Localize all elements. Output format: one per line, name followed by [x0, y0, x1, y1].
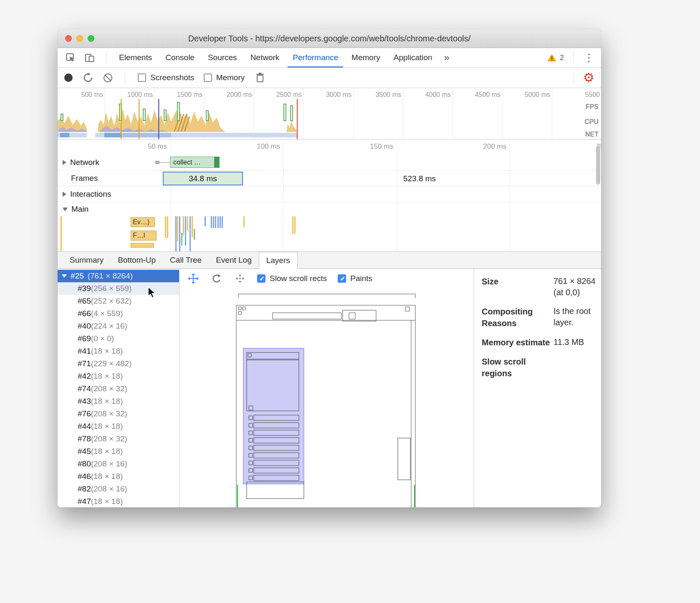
interactions-track-label[interactable]: Interactions — [63, 186, 111, 202]
layers-3d-canvas[interactable] — [179, 288, 474, 507]
network-request-bar[interactable]: collect … — [170, 157, 220, 168]
layer-tree-item[interactable]: #44(18 × 18) — [58, 420, 179, 433]
tab-bottom-up[interactable]: Bottom-Up — [111, 252, 163, 269]
screenshots-label[interactable]: Screenshots — [150, 73, 195, 82]
tab-summary[interactable]: Summary — [63, 252, 111, 269]
flame-event[interactable] — [192, 216, 193, 237]
layer-tree-item[interactable]: #41(18 × 18) — [58, 345, 179, 357]
layer-tree-item[interactable]: #40(224 × 16) — [58, 320, 179, 332]
flame-event[interactable] — [181, 233, 182, 246]
fullscreen-button[interactable] — [88, 35, 94, 42]
tab-performance[interactable]: Performance — [286, 48, 345, 67]
layer-tree-item[interactable]: #65(252 × 632) — [58, 295, 179, 307]
tab-application[interactable]: Application — [387, 48, 439, 67]
timeline-overview[interactable]: 500 ms 1000 ms 1500 ms 2000 ms 2500 ms 3… — [58, 88, 601, 139]
record-button[interactable] — [64, 73, 73, 82]
flame-event[interactable] — [190, 216, 191, 251]
flame-event[interactable] — [185, 216, 186, 246]
layer-tree-item[interactable]: #71(229 × 482) — [58, 357, 179, 370]
flame-event-bar[interactable] — [131, 243, 154, 248]
selected-frame[interactable]: 34.8 ms — [163, 172, 243, 185]
trash-icon[interactable] — [254, 71, 266, 84]
slow-scroll-rects-checkbox[interactable] — [257, 274, 265, 283]
tab-layers[interactable]: Layers — [259, 252, 298, 269]
tab-event-log[interactable]: Event Log — [209, 252, 259, 269]
tab-elements[interactable]: Elements — [112, 48, 159, 67]
interactions-track[interactable]: Interactions — [58, 186, 601, 203]
tab-call-tree[interactable]: Call Tree — [163, 252, 209, 269]
memory-label[interactable]: Memory — [216, 73, 245, 82]
main-flame-chart[interactable]: Ev…) F…l — [58, 216, 601, 251]
layer-tree-item[interactable]: #43(18 × 18) — [58, 395, 179, 408]
flame-event[interactable] — [213, 216, 214, 228]
paints-label[interactable]: Paints — [350, 274, 372, 283]
flame-event[interactable] — [211, 216, 212, 228]
close-button[interactable] — [65, 35, 72, 42]
network-track-label[interactable]: Network — [63, 155, 99, 170]
layer-tree-item[interactable]: #74(208 × 32) — [58, 383, 179, 395]
tab-network[interactable]: Network — [244, 48, 286, 67]
titlebar[interactable]: Developer Tools - https://developers.goo… — [58, 29, 601, 48]
capture-settings-gear-icon[interactable]: ⚙ — [583, 71, 594, 84]
main-track-label[interactable]: Main — [63, 202, 88, 216]
expanded-arrow-icon[interactable] — [63, 208, 68, 211]
main-track-header[interactable]: Main — [58, 202, 601, 216]
flame-event[interactable] — [187, 216, 188, 231]
layer-tree-item[interactable]: #66(4 × 559) — [58, 307, 179, 320]
reload-and-profile-icon[interactable] — [82, 71, 94, 84]
frame-duration[interactable]: 523.8 ms — [390, 174, 449, 183]
expanded-arrow-icon[interactable] — [62, 274, 67, 278]
layer-tree-item[interactable]: #39(256 × 559) — [58, 282, 179, 295]
clear-recording-icon[interactable] — [104, 73, 112, 82]
timeline-detail[interactable]: 50 ms 100 ms 150 ms 200 ms 250 ms Networ… — [58, 139, 601, 251]
frames-track[interactable]: Frames 34.8 ms 523.8 ms — [58, 170, 601, 186]
layer-tree-item[interactable]: #80(208 × 16) — [58, 458, 179, 470]
reset-transform-icon[interactable] — [234, 272, 246, 285]
layer-tree-item[interactable]: #69(0 × 0) — [58, 332, 179, 345]
flame-event[interactable] — [294, 216, 296, 234]
layer-tree-item[interactable]: #25(761 × 8264) — [58, 270, 179, 282]
flame-event[interactable] — [167, 216, 168, 238]
kebab-menu-icon[interactable]: ⋮ — [580, 52, 598, 63]
flame-event[interactable] — [243, 216, 245, 227]
layer-tree-item[interactable]: #47(18 × 18) — [58, 495, 179, 507]
flame-event[interactable] — [179, 216, 180, 251]
flame-event[interactable] — [215, 216, 216, 228]
flame-event[interactable] — [165, 216, 166, 238]
rotate-mode-icon[interactable] — [210, 272, 223, 285]
paints-checkbox[interactable] — [338, 274, 346, 283]
flame-event[interactable] — [183, 216, 184, 236]
layer-tree-item[interactable]: #42(18 × 18) — [58, 370, 179, 383]
layer-tree-item[interactable]: #78(208 × 32) — [58, 433, 179, 445]
flame-event[interactable] — [175, 216, 177, 251]
inspect-element-icon[interactable] — [64, 51, 77, 64]
layer-tree-item[interactable]: #76(208 × 32) — [58, 408, 179, 420]
flame-event[interactable] — [205, 216, 206, 226]
slow-scroll-rects-label[interactable]: Slow scroll rects — [270, 274, 327, 283]
flame-event[interactable] — [217, 216, 219, 228]
device-toolbar-icon[interactable] — [83, 51, 96, 64]
layer-tree-item[interactable]: #82(208 × 16) — [58, 483, 179, 495]
flame-event[interactable] — [177, 216, 178, 241]
flame-event[interactable] — [61, 216, 62, 251]
layer-tree-item[interactable]: #45(18 × 18) — [58, 445, 179, 458]
console-warnings-button[interactable]: 2 — [544, 53, 566, 62]
collapsed-arrow-icon[interactable] — [63, 160, 66, 165]
pan-mode-icon[interactable] — [187, 272, 200, 285]
flame-event[interactable] — [220, 216, 221, 228]
flame-event[interactable] — [222, 216, 223, 228]
minimize-button[interactable] — [76, 35, 83, 42]
flame-event-bar[interactable]: F…l — [131, 231, 157, 241]
screenshots-checkbox[interactable] — [138, 73, 146, 82]
flame-event[interactable] — [194, 229, 195, 240]
network-track[interactable]: Network collect … — [58, 155, 601, 171]
layer-tree-item[interactable]: #46(18 × 18) — [58, 470, 179, 483]
collapsed-arrow-icon[interactable] — [63, 192, 66, 197]
flame-event-bar[interactable]: Ev…) — [131, 217, 155, 227]
flame-event[interactable] — [292, 216, 293, 234]
tab-console[interactable]: Console — [159, 48, 201, 67]
tab-memory[interactable]: Memory — [345, 48, 387, 67]
memory-checkbox[interactable] — [204, 73, 212, 82]
vertical-scrollbar-thumb[interactable] — [596, 145, 600, 185]
more-tabs-chevron-icon[interactable]: » — [439, 48, 455, 67]
